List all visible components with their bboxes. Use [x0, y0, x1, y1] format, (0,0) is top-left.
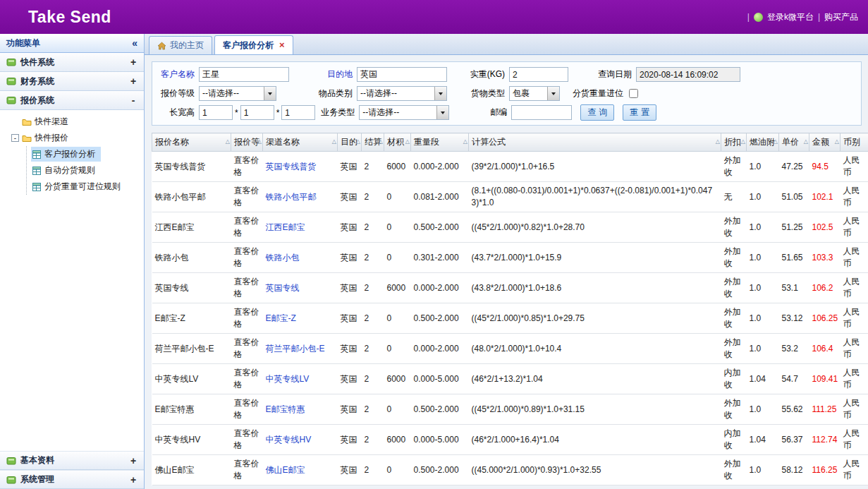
sidebar-item-auto-split-rules[interactable]: 自动分货规则: [27, 162, 144, 179]
table-row[interactable]: 铁路小包直客价格铁路小包英国200.301-2.000(43.7*2/1.000…: [152, 243, 868, 273]
table-row[interactable]: 铁路小包平邮直客价格铁路小包平邮英国200.081-2.000(8.1+((0.…: [152, 182, 868, 212]
table-row[interactable]: 中英专线LV直客价格中英专线LV英国260000.000-5.000(46*2/…: [152, 364, 868, 394]
column-header-amount[interactable]: 金额△: [809, 133, 841, 152]
sort-asc-icon[interactable]: △: [356, 138, 360, 145]
column-label: 单价: [782, 137, 799, 147]
sort-asc-icon[interactable]: △: [332, 138, 336, 145]
table-row[interactable]: 荷兰平邮小包-E直客价格荷兰平邮小包-E英国200.000-2.000(48.0…: [152, 334, 868, 364]
channel-link[interactable]: 中英专线LV: [266, 374, 310, 384]
column-label: 燃油附: [750, 137, 775, 147]
sidebar-item-customer-quote-analysis[interactable]: 客户报价分析: [27, 146, 144, 162]
width-input[interactable]: [240, 105, 274, 120]
cell-quote_name: E邮宝特惠: [152, 394, 231, 425]
channel-link[interactable]: 江西E邮宝: [266, 222, 305, 232]
reset-button[interactable]: 重置: [623, 104, 656, 121]
channel-link[interactable]: 中英专线HV: [266, 435, 312, 445]
sidebar-item-express-quote[interactable]: 快件报价: [0, 130, 144, 146]
sort-asc-icon[interactable]: △: [405, 138, 410, 145]
collapse-sidebar-icon[interactable]: [132, 37, 137, 49]
channel-link[interactable]: 荷兰平邮小包-E: [266, 344, 325, 354]
column-header-weight_range[interactable]: 重量段△: [411, 133, 469, 152]
column-header-quote_name[interactable]: 报价名称△: [152, 133, 231, 152]
sidebar-item-split-weight-carry-rules[interactable]: 分货重量可进位规则: [27, 179, 144, 195]
customer-name-input[interactable]: [199, 67, 289, 82]
collapse-icon-minus[interactable]: -: [129, 95, 137, 106]
module-icon: [6, 57, 16, 67]
cell-unit_price: 51.05: [779, 182, 809, 212]
column-header-quote_level[interactable]: 报价等△: [231, 133, 263, 152]
cell-weight_range: 0.000-5.000: [411, 425, 469, 455]
table-row[interactable]: 佛山E邮宝直客价格佛山E邮宝英国200.500-2.000((45.000*2/…: [152, 455, 868, 485]
cell-quote_name: 英国专线: [152, 273, 231, 303]
table-row[interactable]: 英国专线直客价格英国专线英国260000.000-2.000(43.8*2/1.…: [152, 273, 868, 303]
cell-formula: (39*2/1.000)*1.0+16.5: [469, 152, 721, 182]
column-header-channel_name[interactable]: 渠道名称△: [263, 133, 338, 152]
split-weight-checkbox[interactable]: [629, 89, 638, 98]
height-input[interactable]: [281, 105, 315, 120]
postcode-input[interactable]: [511, 105, 572, 120]
sidebar-section-basic-data[interactable]: 基本资料 +: [0, 451, 144, 470]
column-header-settle[interactable]: 结算△: [362, 133, 384, 152]
sidebar-section-express-system[interactable]: 快件系统 +: [0, 53, 144, 72]
sort-asc-icon[interactable]: △: [804, 138, 808, 145]
table-row[interactable]: E邮宝特惠直客价格E邮宝特惠英国200.500-2.000((45*2/1.00…: [152, 394, 868, 425]
channel-link[interactable]: E邮宝特惠: [266, 404, 305, 414]
tree-collapse-icon[interactable]: [11, 134, 19, 142]
column-header-formula[interactable]: 计算公式△: [469, 133, 721, 152]
tree-label: 分货重量可进位规则: [44, 181, 121, 193]
quote-level-select[interactable]: --请选择--: [199, 86, 276, 101]
sort-asc-icon[interactable]: △: [716, 138, 720, 145]
sort-asc-icon[interactable]: △: [226, 138, 230, 145]
buy-products-link[interactable]: 购买产品: [824, 11, 858, 23]
destination-input[interactable]: [357, 67, 447, 82]
sidebar-section-system-management[interactable]: 系统管理 +: [0, 470, 144, 489]
sort-asc-icon[interactable]: △: [741, 138, 745, 145]
table-row[interactable]: 中英专线HV直客价格中英专线HV英国260000.000-5.000(46*2/…: [152, 425, 868, 455]
channel-link[interactable]: 英国专线普货: [266, 162, 317, 171]
login-link[interactable]: 登录k微平台: [767, 11, 814, 23]
expand-icon[interactable]: +: [129, 455, 137, 466]
cargo-type-select[interactable]: 包裹: [509, 86, 560, 101]
tab-home[interactable]: 我的主页: [149, 36, 212, 54]
business-type-select[interactable]: --请选择--: [359, 105, 449, 120]
channel-link[interactable]: 铁路小包平邮: [266, 192, 317, 202]
item-category-select[interactable]: --请选择--: [357, 86, 447, 101]
sort-asc-icon[interactable]: △: [379, 138, 383, 145]
cell-amount: 102.1: [809, 182, 841, 212]
cell-weight_range: 0.000-2.000: [411, 273, 469, 303]
cell-weight_range: 0.500-2.000: [411, 394, 469, 425]
column-header-currency[interactable]: 币别: [841, 133, 868, 152]
cell-settle: 2: [362, 455, 384, 485]
cell-channel_name: 佛山E邮宝: [263, 455, 338, 485]
column-header-volume[interactable]: 材积△: [384, 133, 411, 152]
sort-asc-icon[interactable]: △: [774, 138, 778, 145]
channel-link[interactable]: 铁路小包: [266, 253, 300, 262]
channel-link[interactable]: 英国专线: [266, 283, 300, 293]
table-row[interactable]: 英国专线普货直客价格英国专线普货英国260000.000-2.000(39*2/…: [152, 152, 868, 182]
sidebar-item-express-channel[interactable]: 快件渠道: [0, 114, 144, 130]
table-row[interactable]: E邮宝-Z直客价格E邮宝-Z英国200.500-2.000((45*2/1.00…: [152, 303, 868, 334]
length-input[interactable]: [199, 105, 233, 120]
table-row[interactable]: 江西E邮宝直客价格江西E邮宝英国200.500-2.000((45*2/1.00…: [152, 212, 868, 243]
sidebar-section-finance-system[interactable]: 财务系统 +: [0, 72, 144, 91]
sort-asc-icon[interactable]: △: [463, 138, 467, 145]
column-header-fuel[interactable]: 燃油附△: [747, 133, 779, 152]
close-tab-icon[interactable]: [279, 42, 285, 49]
expand-icon[interactable]: +: [129, 56, 137, 68]
cell-volume: 6000: [384, 425, 411, 455]
channel-link[interactable]: E邮宝-Z: [266, 313, 296, 323]
sort-asc-icon[interactable]: △: [835, 138, 839, 145]
column-header-destination[interactable]: 目的△: [338, 133, 362, 152]
sort-asc-icon[interactable]: △: [257, 138, 262, 145]
cell-unit_price: 55.62: [779, 394, 809, 425]
expand-icon[interactable]: +: [129, 474, 137, 485]
actual-weight-input[interactable]: [509, 67, 568, 82]
query-date-input[interactable]: [636, 67, 740, 82]
channel-link[interactable]: 佛山E邮宝: [266, 465, 305, 475]
sidebar-section-quote-system[interactable]: 报价系统 -: [0, 91, 144, 110]
tab-customer-quote-analysis[interactable]: 客户报价分析: [214, 35, 293, 54]
column-header-unit_price[interactable]: 单价△: [779, 133, 809, 152]
search-button[interactable]: 查询: [580, 104, 614, 121]
expand-icon[interactable]: +: [129, 76, 137, 87]
column-header-discount[interactable]: 折扣△: [721, 133, 747, 152]
